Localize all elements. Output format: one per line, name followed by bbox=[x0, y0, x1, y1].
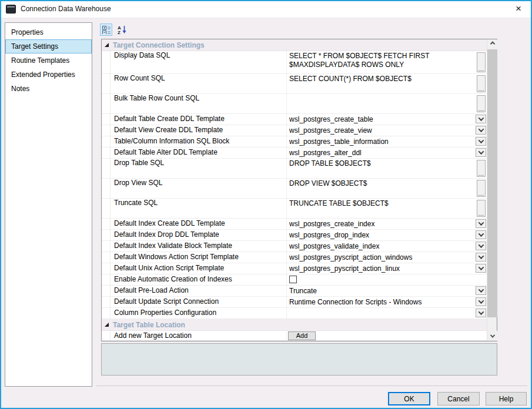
help-button[interactable]: Help bbox=[486, 392, 527, 405]
property-row-bulk-table-row-count-sql[interactable]: Bulk Table Row Count SQL... bbox=[102, 94, 487, 114]
property-value-cell[interactable]: ... bbox=[286, 94, 487, 113]
property-row-add-new-target-location[interactable]: Add new Target LocationAdd bbox=[102, 331, 487, 341]
property-value-cell[interactable]: wsl_postgres_table_information bbox=[286, 136, 487, 147]
alphabetical-sort-icon[interactable]: A Z bbox=[116, 24, 128, 36]
property-row-default-index-drop-ddl-template[interactable]: Default Index Drop DDL Templatewsl_postg… bbox=[102, 230, 487, 241]
sidebar-item-routine-templates[interactable]: Routine Templates bbox=[5, 53, 92, 68]
ellipsis-button[interactable]: ... bbox=[477, 75, 486, 92]
scroll-up-button[interactable] bbox=[487, 39, 497, 49]
category-row-target-connection-settings[interactable]: Target Connection Settings bbox=[102, 39, 487, 51]
cancel-button[interactable]: Cancel bbox=[437, 392, 480, 405]
property-row-default-view-create-ddl-template[interactable]: Default View Create DDL Templatewsl_post… bbox=[102, 125, 487, 136]
property-value-cell[interactable]: wsl_postgres_create_index bbox=[286, 219, 487, 229]
dropdown-button[interactable] bbox=[476, 242, 486, 250]
property-value-cell[interactable]: SELECT * FROM $OBJECT$ FETCH FIRST $MAXD… bbox=[286, 51, 487, 73]
chevron-down-icon bbox=[478, 115, 484, 121]
categorized-view-icon[interactable] bbox=[100, 24, 112, 36]
property-row-default-update-script-connection[interactable]: Default Update Script ConnectionRuntime … bbox=[102, 297, 487, 308]
property-value-cell[interactable]: wsl_postgres_drop_index bbox=[286, 230, 487, 240]
property-value-cell[interactable]: TRUNCATE TABLE $OBJECT$... bbox=[286, 199, 487, 218]
property-value-cell[interactable]: Runtime Connection for Scripts - Windows bbox=[286, 297, 487, 307]
collapse-triangle-icon[interactable] bbox=[105, 43, 109, 47]
property-row-column-properties-configuration[interactable]: Column Properties Configuration bbox=[102, 308, 487, 319]
property-row-row-count-sql[interactable]: Row Count SQLSELECT COUNT(*) FROM $OBJEC… bbox=[102, 74, 487, 94]
property-value-cell[interactable]: Truncate bbox=[286, 286, 487, 296]
dropdown-button[interactable] bbox=[476, 253, 486, 262]
category-label: Target Connection Settings bbox=[113, 41, 205, 49]
property-value-text: wsl_postgres_create_table bbox=[289, 115, 474, 125]
dropdown-button[interactable] bbox=[476, 126, 486, 135]
scrollbar-thumb[interactable] bbox=[487, 49, 497, 317]
dropdown-button[interactable] bbox=[476, 230, 486, 239]
property-grid: Target Connection SettingsDisplay Data S… bbox=[101, 39, 497, 341]
sidebar-item-properties[interactable]: Properties bbox=[5, 25, 92, 39]
ellipsis-button[interactable]: ... bbox=[477, 200, 486, 217]
ellipsis-button[interactable]: ... bbox=[477, 52, 486, 72]
property-row-truncate-sql[interactable]: Truncate SQLTRUNCATE TABLE $OBJECT$... bbox=[102, 199, 487, 219]
add-button[interactable]: Add bbox=[288, 331, 316, 340]
dropdown-button[interactable] bbox=[476, 286, 486, 295]
property-value-cell[interactable] bbox=[286, 274, 487, 285]
property-row-default-index-validate-block-template[interactable]: Default Index Validate Block Templatewsl… bbox=[102, 241, 487, 252]
property-row-drop-table-sql[interactable]: Drop Table SQLDROP TABLE $OBJECT$... bbox=[102, 159, 487, 179]
property-row-drop-view-sql[interactable]: Drop View SQLDROP VIEW $OBJECT$... bbox=[102, 179, 487, 199]
property-value-cell[interactable]: wsl_postgres_pyscript_action_windows bbox=[286, 252, 487, 263]
property-value-text: SELECT COUNT(*) FROM $OBJECT$ bbox=[289, 75, 474, 83]
ellipsis-button[interactable]: ... bbox=[477, 95, 486, 112]
property-label: Default Index Drop DDL Template bbox=[102, 230, 286, 240]
ok-button[interactable]: OK bbox=[388, 392, 430, 405]
property-value-cell[interactable]: wsl_postgres_alter_ddl bbox=[286, 147, 487, 158]
property-row-default-index-create-ddl-template[interactable]: Default Index Create DDL Templatewsl_pos… bbox=[102, 219, 487, 230]
collapse-triangle-icon[interactable] bbox=[105, 323, 109, 327]
property-value-cell[interactable]: Add bbox=[286, 331, 487, 340]
property-label: Default Windows Action Script Template bbox=[102, 252, 286, 263]
dropdown-button[interactable] bbox=[476, 219, 486, 228]
property-row-table-column-information-sql-block[interactable]: Table/Column Information SQL Blockwsl_po… bbox=[102, 136, 487, 147]
property-row-default-pre-load-action[interactable]: Default Pre-Load ActionTruncate bbox=[102, 286, 487, 297]
property-row-default-windows-action-script-template[interactable]: Default Windows Action Script Templatews… bbox=[102, 252, 487, 263]
footer-separator bbox=[96, 385, 527, 386]
property-value-text: DROP TABLE $OBJECT$ bbox=[289, 159, 474, 168]
ellipsis-button[interactable]: ... bbox=[477, 180, 486, 197]
property-row-default-table-alter-ddl-template[interactable]: Default Table Alter DDL Templatewsl_post… bbox=[102, 147, 487, 159]
chevron-up-icon bbox=[490, 41, 494, 46]
category-label: Target Table Location bbox=[113, 321, 185, 329]
property-label: Table/Column Information SQL Block bbox=[102, 136, 286, 147]
property-value-text: wsl_postgres_create_index bbox=[289, 219, 474, 229]
category-row-target-table-location[interactable]: Target Table Location bbox=[102, 319, 487, 331]
dropdown-button[interactable] bbox=[476, 115, 486, 123]
dropdown-button[interactable] bbox=[476, 309, 486, 317]
chevron-down-icon bbox=[478, 242, 484, 248]
property-value-cell[interactable]: wsl_postgres_create_table bbox=[286, 114, 487, 125]
property-value-cell[interactable]: DROP TABLE $OBJECT$... bbox=[286, 159, 487, 178]
property-row-default-table-create-ddl-template[interactable]: Default Table Create DDL Templatewsl_pos… bbox=[102, 114, 487, 125]
property-value-cell[interactable] bbox=[286, 308, 487, 319]
property-label: Truncate SQL bbox=[102, 199, 286, 218]
property-value-cell[interactable]: wsl_postgres_validate_index bbox=[286, 241, 487, 252]
dropdown-button[interactable] bbox=[476, 137, 486, 146]
chevron-down-icon bbox=[478, 126, 484, 132]
dropdown-button[interactable] bbox=[476, 297, 486, 306]
property-row-enable-automatic-creation-of-indexes[interactable]: Enable Automatic Creation of Indexes bbox=[102, 274, 487, 286]
dropdown-button[interactable] bbox=[476, 264, 486, 273]
ellipsis-button[interactable]: ... bbox=[477, 160, 486, 177]
checkbox-enable-automatic-creation-of-indexes[interactable] bbox=[289, 276, 297, 283]
close-button[interactable]: × bbox=[505, 1, 532, 18]
vertical-scrollbar[interactable] bbox=[487, 39, 497, 341]
sidebar-item-extended-properties[interactable]: Extended Properties bbox=[5, 68, 92, 82]
property-value-text: DROP VIEW $OBJECT$ bbox=[289, 179, 474, 188]
chevron-down-icon bbox=[478, 149, 484, 155]
sidebar-item-notes[interactable]: Notes bbox=[5, 82, 92, 96]
sidebar-item-target-settings[interactable]: Target Settings bbox=[5, 39, 92, 53]
property-row-default-unix-action-script-template[interactable]: Default Unix Action Script Templatewsl_p… bbox=[102, 263, 487, 274]
property-label: Add new Target Location bbox=[102, 331, 286, 340]
dropdown-button[interactable] bbox=[476, 148, 486, 157]
window-title: Connection Data Warehouse bbox=[21, 5, 111, 13]
property-value-cell[interactable]: wsl_postgres_create_view bbox=[286, 125, 487, 136]
property-value-cell[interactable]: wsl_postgres_pyscript_action_linux bbox=[286, 263, 487, 274]
scroll-down-button[interactable] bbox=[487, 331, 497, 341]
property-value-cell[interactable]: SELECT COUNT(*) FROM $OBJECT$... bbox=[286, 74, 487, 93]
property-value-text: SELECT * FROM $OBJECT$ FETCH FIRST $MAXD… bbox=[289, 52, 474, 69]
property-value-cell[interactable]: DROP VIEW $OBJECT$... bbox=[286, 179, 487, 198]
property-row-display-data-sql[interactable]: Display Data SQLSELECT * FROM $OBJECT$ F… bbox=[102, 51, 487, 74]
